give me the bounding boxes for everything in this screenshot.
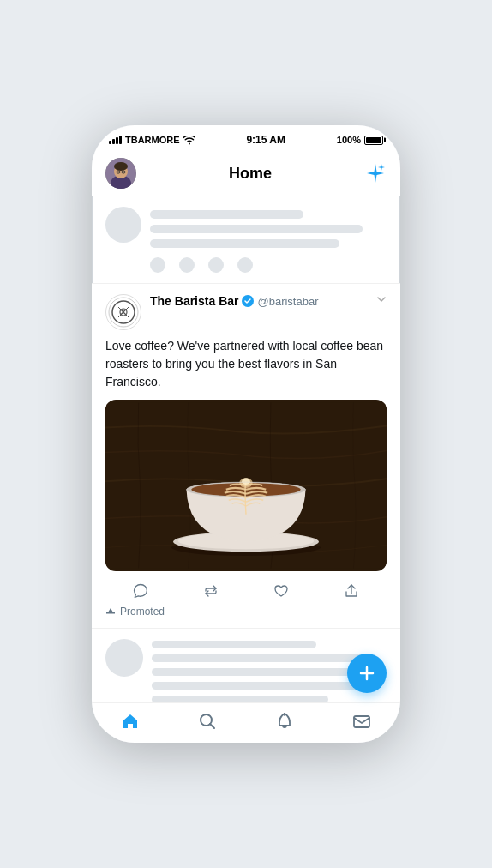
bottom-nav xyxy=(92,702,400,743)
skeleton-line xyxy=(150,210,303,219)
nav-home[interactable] xyxy=(121,712,140,731)
status-left: TBARMORE xyxy=(109,135,195,145)
battery-fill xyxy=(366,137,381,143)
nav-notifications[interactable] xyxy=(275,712,294,731)
tweet-name-row: The Barista Bar @baristabar xyxy=(150,294,368,308)
like-button[interactable] xyxy=(273,583,289,599)
skeleton-line xyxy=(152,641,316,648)
status-bar: TBARMORE 9:15 AM 100% xyxy=(92,125,400,151)
tweet-meta: The Barista Bar @baristabar xyxy=(150,294,368,308)
skeleton-dot xyxy=(150,257,165,273)
skeleton-dot xyxy=(208,257,224,273)
avatar[interactable] xyxy=(105,158,136,189)
skeleton-line xyxy=(152,668,351,676)
skeleton-line xyxy=(152,696,328,702)
signal-bar-3 xyxy=(116,137,118,144)
nav-search[interactable] xyxy=(198,712,217,731)
skeleton-line xyxy=(152,682,363,690)
skeleton-avatar-1 xyxy=(105,207,141,243)
battery-percent: 100% xyxy=(337,135,361,145)
skeleton-line xyxy=(150,239,339,248)
tweet-header: ✕ The Barista Bar xyxy=(105,294,387,330)
tweet-actions xyxy=(105,580,387,602)
skeleton-line xyxy=(150,225,363,233)
svg-rect-24 xyxy=(106,612,115,614)
status-right: 100% xyxy=(337,135,383,145)
svg-point-3 xyxy=(114,162,128,171)
battery-icon xyxy=(364,136,383,145)
wifi-icon xyxy=(183,136,195,145)
signal-bar-4 xyxy=(119,136,122,144)
carrier-text: TBARMORE xyxy=(125,135,180,145)
skeleton-tweet-1 xyxy=(92,196,400,284)
skeleton-line xyxy=(152,654,375,662)
signal-bar-2 xyxy=(112,139,115,144)
chevron-down-icon[interactable] xyxy=(376,294,387,304)
sparkle-icon[interactable] xyxy=(364,162,387,184)
feed-scroll: ✕ The Barista Bar xyxy=(92,196,400,702)
skeleton-content-1 xyxy=(150,207,387,273)
signal-bar-1 xyxy=(109,141,111,144)
comment-button[interactable] xyxy=(133,583,148,599)
tweet-account-name: The Barista Bar xyxy=(150,294,238,308)
phone-frame: TBARMORE 9:15 AM 100% xyxy=(92,125,400,743)
tweet-avatar[interactable]: ✕ xyxy=(105,294,141,330)
tweet-handle: @baristabar xyxy=(257,295,318,308)
share-button[interactable] xyxy=(344,583,359,599)
signal-bars-icon xyxy=(109,136,122,144)
svg-point-22 xyxy=(242,478,250,485)
page-title: Home xyxy=(229,165,272,183)
verified-badge-icon xyxy=(242,295,254,307)
svg-rect-27 xyxy=(354,716,369,727)
skeleton-dot xyxy=(179,257,195,273)
promoted-tweet: ✕ The Barista Bar xyxy=(92,284,400,629)
skeleton-dots xyxy=(150,257,387,273)
compose-button[interactable] xyxy=(347,654,387,693)
tweet-body: Love coffee? We've partnered with local … xyxy=(105,337,387,391)
status-time: 9:15 AM xyxy=(246,134,285,146)
promoted-icon xyxy=(105,606,116,617)
tweet-image xyxy=(105,400,387,571)
nav-header: Home xyxy=(92,151,400,196)
skeleton-avatar-2 xyxy=(105,639,143,677)
retweet-button[interactable] xyxy=(203,583,219,599)
nav-messages[interactable] xyxy=(352,712,371,731)
promoted-label: Promoted xyxy=(105,606,387,618)
skeleton-dot xyxy=(237,257,253,273)
promoted-text: Promoted xyxy=(120,606,165,618)
